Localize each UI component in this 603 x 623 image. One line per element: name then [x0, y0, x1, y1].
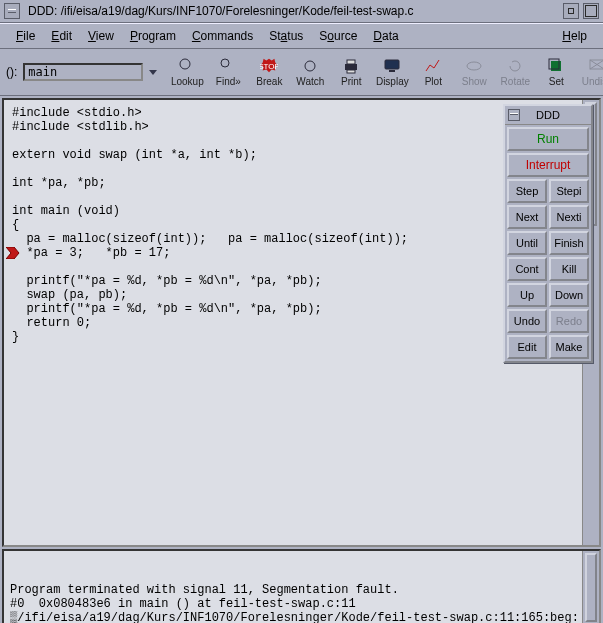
edit-button[interactable]: Edit	[507, 335, 547, 359]
svg-rect-13	[385, 60, 399, 69]
print-icon	[342, 57, 360, 75]
command-tool-window[interactable]: DDD Run Interrupt StepStepiNextNextiUnti…	[503, 104, 593, 363]
set-label: Set	[549, 76, 564, 87]
find-fwd-label: Find»	[216, 76, 241, 87]
svg-point-8	[305, 61, 315, 71]
lookup-button[interactable]: Lookup	[167, 52, 207, 92]
menu-program[interactable]: Program	[122, 26, 184, 46]
source-code[interactable]: #include <stdio.h> #include <stdlib.h> e…	[4, 100, 582, 545]
window-menu-button[interactable]	[4, 3, 20, 19]
down-button[interactable]: Down	[549, 283, 589, 307]
gdb-console[interactable]: Program terminated with signal 11, Segme…	[2, 549, 601, 623]
title-bar: DDD: /ifi/eisa/a19/dag/Kurs/INF1070/Fore…	[0, 0, 603, 23]
watch-icon	[301, 57, 319, 75]
console-text: Program terminated with signal 11, Segme…	[10, 583, 593, 623]
svg-text:STOP: STOP	[260, 62, 278, 71]
lookup-icon	[178, 57, 196, 75]
display-button[interactable]: Display	[372, 52, 412, 92]
command-tool-menu-icon[interactable]	[508, 109, 520, 121]
lookup-label: Lookup	[171, 76, 204, 87]
toolbar: (): LookupFind»STOPBreakWatchPrintDispla…	[0, 49, 603, 96]
rotate-label: Rotate	[501, 76, 530, 87]
finish-button[interactable]: Finish	[549, 231, 589, 255]
show-button: Show	[454, 52, 494, 92]
menu-file[interactable]: File	[8, 26, 43, 46]
up-button[interactable]: Up	[507, 283, 547, 307]
svg-marker-25	[6, 247, 19, 259]
menu-bar: File Edit View Program Commands Status S…	[0, 23, 603, 49]
rotate-icon	[506, 57, 524, 75]
cont-button[interactable]: Cont	[507, 257, 547, 281]
watch-button[interactable]: Watch	[290, 52, 330, 92]
undisp-icon	[588, 57, 603, 75]
menu-help[interactable]: Help	[554, 26, 595, 46]
menu-view[interactable]: View	[80, 26, 122, 46]
source-area: #include <stdio.h> #include <stdlib.h> e…	[2, 98, 601, 547]
menu-status[interactable]: Status	[261, 26, 311, 46]
arg-label: ():	[6, 65, 19, 79]
set-icon	[547, 57, 565, 75]
set-button[interactable]: Set	[536, 52, 576, 92]
step-button[interactable]: Step	[507, 179, 547, 203]
minimize-button[interactable]	[563, 3, 579, 19]
make-button[interactable]: Make	[549, 335, 589, 359]
print-label: Print	[341, 76, 362, 87]
source-text: #include <stdio.h> #include <stdlib.h> e…	[12, 106, 574, 344]
next-button[interactable]: Next	[507, 205, 547, 229]
show-icon	[465, 57, 483, 75]
arg-input[interactable]	[23, 63, 143, 81]
svg-rect-10	[345, 64, 357, 70]
plot-icon	[424, 57, 442, 75]
svg-rect-12	[347, 70, 355, 73]
menu-commands[interactable]: Commands	[184, 26, 261, 46]
svg-rect-11	[347, 60, 355, 64]
command-tool-title[interactable]: DDD	[505, 106, 591, 125]
menu-edit[interactable]: Edit	[43, 26, 80, 46]
current-line-marker-icon	[6, 247, 20, 259]
window-title: DDD: /ifi/eisa/a19/dag/Kurs/INF1070/Fore…	[24, 4, 559, 18]
menu-data[interactable]: Data	[365, 26, 406, 46]
svg-point-3	[221, 59, 229, 67]
break-label: Break	[256, 76, 282, 87]
interrupt-button[interactable]: Interrupt	[507, 153, 589, 177]
find-fwd-button[interactable]: Find»	[208, 52, 248, 92]
break-icon: STOP	[260, 57, 278, 75]
until-button[interactable]: Until	[507, 231, 547, 255]
svg-marker-0	[149, 70, 157, 75]
show-label: Show	[462, 76, 487, 87]
svg-point-1	[180, 59, 190, 69]
console-scrollbar[interactable]	[582, 551, 599, 623]
console-scroll-thumb[interactable]	[585, 553, 597, 622]
undisp-button: Undisp	[577, 52, 603, 92]
plot-label: Plot	[425, 76, 442, 87]
nexti-button[interactable]: Nexti	[549, 205, 589, 229]
maximize-button[interactable]	[583, 3, 599, 19]
run-button[interactable]: Run	[507, 127, 589, 151]
plot-button[interactable]: Plot	[413, 52, 453, 92]
command-tool-title-label: DDD	[536, 109, 560, 121]
redo-button: Redo	[549, 309, 589, 333]
break-button[interactable]: STOPBreak	[249, 52, 289, 92]
undo-button[interactable]: Undo	[507, 309, 547, 333]
display-label: Display	[376, 76, 409, 87]
undisp-label: Undisp	[582, 76, 603, 87]
svg-rect-14	[389, 70, 395, 72]
rotate-button: Rotate	[495, 52, 535, 92]
find-icon	[219, 57, 237, 75]
print-button[interactable]: Print	[331, 52, 371, 92]
arg-dropdown-icon[interactable]	[147, 64, 159, 80]
watch-label: Watch	[296, 76, 324, 87]
menu-source[interactable]: Source	[311, 26, 365, 46]
kill-button[interactable]: Kill	[549, 257, 589, 281]
svg-point-17	[467, 62, 481, 70]
stepi-button[interactable]: Stepi	[549, 179, 589, 203]
display-icon	[383, 57, 401, 75]
